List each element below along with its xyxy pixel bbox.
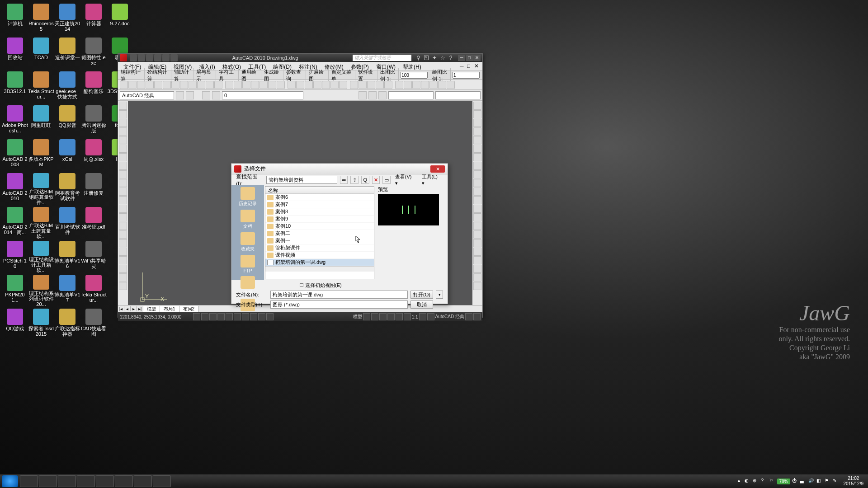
snap-button[interactable] bbox=[193, 313, 200, 320]
ortho-button[interactable] bbox=[209, 313, 217, 320]
tray-icon[interactable]: ⚑ bbox=[825, 478, 831, 484]
gear-icon[interactable] bbox=[176, 91, 184, 99]
open-button[interactable]: 打开(O) bbox=[410, 291, 433, 299]
dialog-close-button[interactable]: ✕ bbox=[430, 165, 445, 173]
desktop-icon[interactable]: xCal bbox=[54, 137, 80, 171]
file-row[interactable]: 案例6 bbox=[265, 194, 374, 201]
desktop-icon[interactable]: 计算器 bbox=[80, 2, 107, 36]
tab-layout2[interactable]: 布局2 bbox=[179, 306, 199, 312]
delete-icon[interactable]: ✕ bbox=[372, 176, 380, 184]
tool-button[interactable] bbox=[119, 153, 127, 161]
tool-button[interactable] bbox=[473, 110, 481, 118]
desktop-icon[interactable]: 准考证.pdf bbox=[80, 205, 107, 239]
pin-firefox[interactable] bbox=[20, 475, 38, 487]
tool-button[interactable] bbox=[119, 145, 127, 153]
clock[interactable]: 21:02 2015/12/9 bbox=[844, 476, 864, 487]
toolbar-button[interactable] bbox=[412, 81, 420, 89]
toolbar-button[interactable] bbox=[120, 81, 128, 89]
column-header-name[interactable]: 名称 bbox=[265, 187, 374, 194]
pin-autocad[interactable] bbox=[153, 475, 171, 487]
tool-button[interactable] bbox=[473, 239, 481, 247]
tool-button[interactable] bbox=[119, 196, 127, 204]
tool-button[interactable] bbox=[473, 102, 481, 110]
layer-iso-icon[interactable] bbox=[359, 91, 367, 99]
tool-button[interactable] bbox=[119, 248, 127, 256]
toolbar-button[interactable] bbox=[348, 81, 349, 89]
toolbar-button[interactable] bbox=[285, 81, 287, 89]
dyn-button[interactable] bbox=[250, 313, 257, 320]
tool-button[interactable] bbox=[473, 145, 481, 153]
desktop-icon[interactable]: Adobe Photosh... bbox=[2, 103, 28, 137]
lineweight-combo[interactable] bbox=[435, 91, 481, 99]
desktop-icon[interactable]: 截图特性.exe bbox=[80, 36, 107, 70]
file-row[interactable]: 管桁架课件 bbox=[265, 244, 374, 252]
tool-button[interactable] bbox=[119, 282, 127, 290]
lookin-combo[interactable]: 管桁架培训资料 bbox=[266, 176, 337, 184]
layer-match-icon[interactable] bbox=[378, 91, 387, 99]
toolbar-button[interactable] bbox=[268, 81, 276, 89]
places-item[interactable]: 文档 bbox=[236, 210, 259, 230]
key-icon[interactable]: ⚿ bbox=[423, 55, 429, 61]
tool-button[interactable] bbox=[119, 170, 127, 178]
filename-input[interactable]: 桁架培训的第一课.dwg bbox=[270, 291, 408, 299]
status-icon[interactable] bbox=[371, 313, 378, 320]
tool-button[interactable] bbox=[119, 230, 127, 239]
pin-media[interactable] bbox=[96, 475, 114, 487]
tool-button[interactable] bbox=[119, 119, 127, 127]
annotation-scale[interactable]: 1:1 bbox=[412, 314, 418, 319]
desktop-icon[interactable]: 计算机 bbox=[2, 2, 28, 36]
layer-combo[interactable]: 0 bbox=[222, 91, 303, 99]
desktop-icon[interactable]: 9-27.doc bbox=[107, 2, 133, 36]
tray-flag-icon[interactable]: ⚐ bbox=[769, 478, 775, 484]
layer-bulb-icon[interactable] bbox=[212, 91, 220, 99]
desktop-icon[interactable] bbox=[2, 341, 28, 375]
battery-indicator[interactable]: 78% bbox=[777, 479, 790, 484]
desktop-icon[interactable]: 广联达BIM土建算量软... bbox=[28, 205, 54, 239]
toolbar-button[interactable] bbox=[214, 81, 222, 89]
desktop-icon[interactable]: CAD快速看图 bbox=[80, 307, 107, 341]
view-dropdown[interactable]: 查看(V) ▾ bbox=[393, 174, 417, 186]
file-row[interactable]: 桁架培训的第一课.dwg bbox=[265, 259, 374, 266]
toolbar-button[interactable] bbox=[163, 81, 171, 89]
tool-button[interactable] bbox=[119, 213, 127, 221]
annot-vis-icon[interactable] bbox=[427, 313, 434, 320]
tool-button[interactable] bbox=[473, 127, 481, 136]
toolbar-button[interactable] bbox=[242, 81, 250, 89]
desktop-icon[interactable]: 3D3S12.1 bbox=[2, 70, 28, 103]
status-pan-icon[interactable] bbox=[379, 313, 387, 320]
space-label[interactable]: 模型 bbox=[353, 314, 362, 320]
file-row[interactable]: 案例二 bbox=[265, 230, 374, 237]
desktop-icon[interactable]: 探索者Tssd2015 bbox=[28, 307, 54, 341]
desktop-icon[interactable]: 理正结构设计工具箱软... bbox=[28, 239, 54, 273]
titlebar[interactable]: AutoCAD 2010 Drawing1.dwg 键入关键字或短语 ⚲ ⚿ ✦… bbox=[118, 54, 482, 62]
qat-new-icon[interactable] bbox=[130, 54, 137, 61]
app-icon[interactable] bbox=[120, 54, 127, 61]
desktop-icon[interactable]: 理正结构系列设计软件20... bbox=[28, 273, 54, 307]
satellite-icon[interactable]: ✦ bbox=[431, 55, 438, 61]
tool-button[interactable] bbox=[473, 119, 481, 127]
ducs-button[interactable] bbox=[242, 313, 249, 320]
tool-button[interactable] bbox=[473, 170, 481, 178]
desktop-icon[interactable]: AutoCAD 2014 - 简... bbox=[2, 205, 28, 239]
toolbar-button[interactable] bbox=[305, 81, 313, 89]
desktop-icon[interactable]: 广联达指标神器 bbox=[54, 307, 80, 341]
tray-icon[interactable]: ▲ bbox=[736, 478, 743, 484]
file-row[interactable]: 案例8 bbox=[265, 208, 374, 216]
file-row[interactable]: 课件视频 bbox=[265, 252, 374, 259]
toolbar-button[interactable] bbox=[313, 81, 321, 89]
desktop-icon[interactable]: 阿里旺旺 bbox=[28, 103, 54, 137]
desktop-icon[interactable]: 周总.xlsx bbox=[80, 137, 107, 171]
otrack-button[interactable] bbox=[234, 313, 241, 320]
tray-icon[interactable]: ? bbox=[761, 478, 767, 484]
qat-redo-icon[interactable] bbox=[162, 54, 170, 61]
layout-next-icon[interactable]: ▸ bbox=[131, 306, 137, 311]
dialog-titlebar[interactable]: 选择文件 ✕ bbox=[231, 164, 448, 174]
filetype-combo[interactable]: 图形 (*.dwg) bbox=[270, 300, 408, 309]
toolbar-button[interactable] bbox=[146, 81, 154, 89]
desktop-icon[interactable]: WiFi共享精灵 bbox=[80, 239, 107, 273]
layer-prev-icon[interactable] bbox=[368, 91, 377, 99]
toolbar-button[interactable] bbox=[206, 81, 214, 89]
toolbar-button[interactable] bbox=[128, 81, 137, 89]
tool-button[interactable] bbox=[119, 273, 127, 282]
layer-state-icon[interactable] bbox=[202, 91, 210, 99]
